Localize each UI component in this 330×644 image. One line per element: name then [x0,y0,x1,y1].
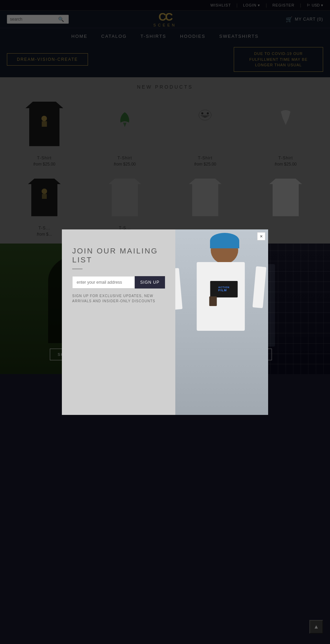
popup-divider [72,269,82,269]
popup-right-panel: ACTION FILM [175,229,268,374]
signup-button[interactable]: SIGN UP [135,276,165,289]
popup-title: JOIN OUR MAILING LIST [72,247,165,264]
popup-close-button[interactable]: × [257,232,265,240]
popup-subtext: SIGN UP FOR EXCLUSIVE UPDATES, NEWARRIVA… [72,293,165,304]
popup-overlay: × JOIN OUR MAILING LIST SIGN UP SIGN UP … [0,0,330,374]
mailing-list-popup: × JOIN OUR MAILING LIST SIGN UP SIGN UP … [62,229,268,374]
email-form: SIGN UP [72,276,165,289]
popup-left-panel: JOIN OUR MAILING LIST SIGN UP SIGN UP FO… [62,229,175,374]
email-input[interactable] [72,276,135,289]
